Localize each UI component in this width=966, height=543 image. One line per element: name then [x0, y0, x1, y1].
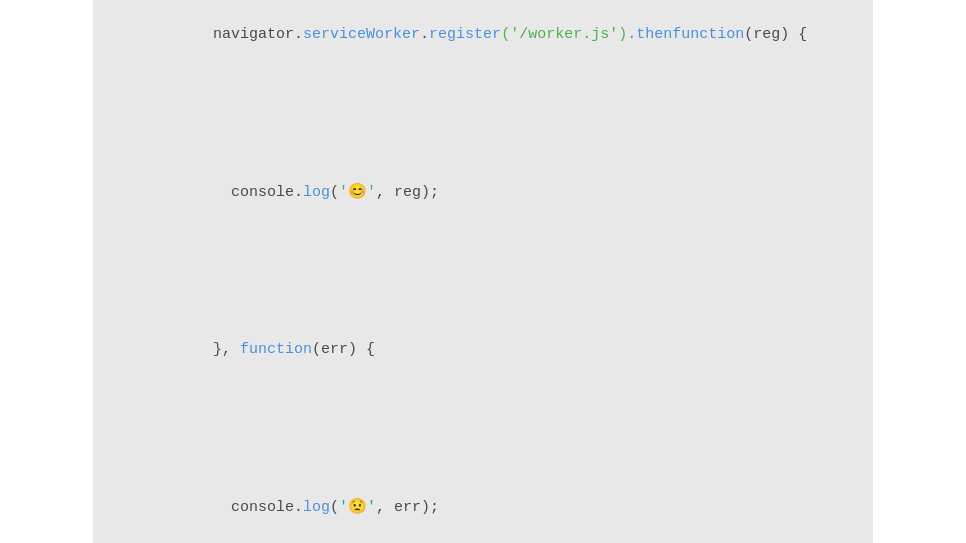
line5-indent: [195, 499, 231, 516]
console-1: console: [231, 184, 294, 201]
reg-params: (reg) {: [744, 26, 807, 43]
register-method: register: [429, 26, 501, 43]
dot2-1: .: [294, 26, 303, 43]
navigator-2: navigator: [213, 26, 294, 43]
reg-rest: , reg);: [376, 184, 439, 201]
happy-emoji: '😊': [339, 184, 376, 201]
sad-emoji: '😟': [339, 499, 376, 516]
worker-arg: ('/worker.js'): [501, 26, 627, 43]
function-keyword-1: function: [672, 26, 744, 43]
line2-indent: [195, 26, 213, 43]
serviceworker-2: serviceWorker: [303, 26, 420, 43]
err-rest: , err);: [376, 499, 439, 516]
console-2: console: [231, 499, 294, 516]
then-method: .then: [627, 26, 672, 43]
dot2-2: .: [420, 26, 429, 43]
code-container: // Install Service Worker if (navigator.…: [93, 0, 873, 543]
dot3: .: [294, 184, 303, 201]
dot5: .: [294, 499, 303, 516]
function-keyword-2: function: [240, 341, 312, 358]
function-err-line: }, function(err) {: [141, 311, 825, 390]
console-log-2-line: console.log('😟', err);: [141, 468, 825, 543]
console-log-1-line: console.log('😊', reg);: [141, 153, 825, 232]
code-block: // Install Service Worker if (navigator.…: [141, 0, 825, 543]
log-method-2: log: [303, 499, 330, 516]
register-line: navigator.serviceWorker.register('/worke…: [141, 0, 825, 75]
err-params: (err) {: [312, 341, 375, 358]
closing-brace-1: },: [213, 341, 240, 358]
line3-indent: [195, 184, 231, 201]
log-method-1: log: [303, 184, 330, 201]
line4-indent: [195, 341, 213, 358]
